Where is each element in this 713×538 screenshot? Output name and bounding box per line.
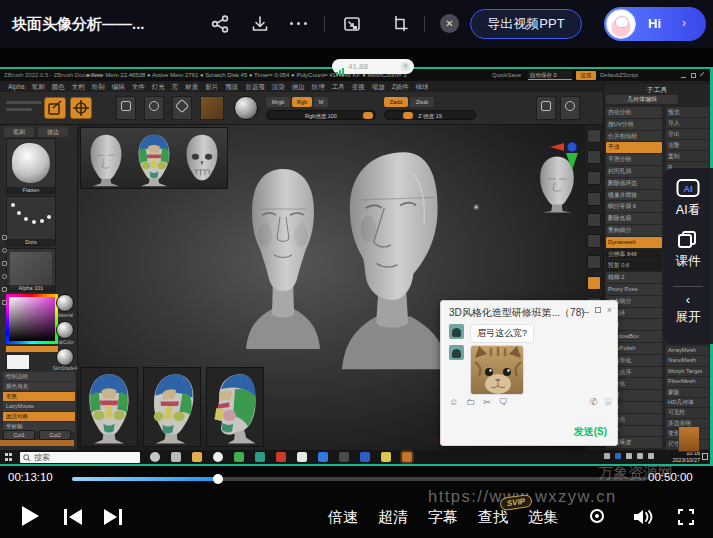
download-icon[interactable] bbox=[250, 14, 270, 34]
material-sphere-icon[interactable] bbox=[234, 96, 258, 120]
toolbar-extra-button[interactable] bbox=[536, 96, 556, 120]
minimize-icon[interactable] bbox=[582, 312, 589, 313]
courseware-icon[interactable] bbox=[678, 231, 698, 249]
tool-panel-row[interactable]: 合并相似组 bbox=[606, 131, 662, 142]
maximize-icon[interactable] bbox=[691, 73, 696, 78]
start-button[interactable] bbox=[5, 453, 13, 461]
emoji-icon[interactable]: ☺ bbox=[449, 397, 458, 408]
tool-panel-row[interactable]: Proxy Pose bbox=[606, 284, 662, 295]
tool-panel-row[interactable]: 删除循环边 bbox=[606, 178, 662, 189]
chat-window[interactable]: 3D风格化造型研修班第...（78) × 眉弓这么宽? bbox=[440, 300, 618, 446]
video-call-icon[interactable]: ⌻ bbox=[606, 397, 611, 408]
plane-head-profile[interactable] bbox=[206, 367, 264, 447]
axis-gizmo[interactable] bbox=[548, 137, 584, 171]
taskbar-app-icon[interactable] bbox=[360, 452, 370, 462]
taskbar-app-icon[interactable] bbox=[381, 452, 391, 462]
player-menu-button[interactable]: 超清 bbox=[378, 508, 408, 527]
left-edge-icons[interactable] bbox=[0, 235, 9, 305]
zbrush-menu-item[interactable]: 材质 bbox=[185, 81, 198, 92]
taskbar-app-icon[interactable] bbox=[150, 452, 160, 462]
zbrush-menu-item[interactable]: 描边 bbox=[292, 81, 305, 92]
zbrush-menu-item[interactable]: 预设 bbox=[225, 81, 238, 92]
progress-bar[interactable] bbox=[72, 477, 646, 481]
tool-panel-row[interactable]: 细分等级 6 bbox=[606, 201, 662, 212]
tool-panel-row[interactable]: 预览 bbox=[666, 107, 709, 117]
tool-panel-row[interactable]: NanoMesh bbox=[666, 356, 709, 365]
shelf-row[interactable]: 变换 bbox=[3, 392, 75, 401]
texture-swatch[interactable] bbox=[200, 96, 224, 120]
tool-panel-row[interactable]: FiberMesh bbox=[666, 377, 709, 386]
cut1-button[interactable]: Cut1 bbox=[3, 430, 35, 440]
ai-view-icon[interactable]: AI bbox=[676, 178, 700, 198]
player-menu-button[interactable]: 倍速 bbox=[328, 508, 358, 527]
expand-button[interactable]: 展开 bbox=[676, 309, 701, 326]
material-sphere-3[interactable] bbox=[56, 348, 74, 366]
tool-panel-row[interactable]: 删除低级 bbox=[606, 213, 662, 224]
record-screen-icon[interactable] bbox=[590, 509, 604, 523]
tool-panel-row[interactable]: 干净 bbox=[606, 142, 662, 153]
zbrush-menu-item[interactable]: 纹理 bbox=[312, 81, 325, 92]
tool-panel-row[interactable]: 平滑分组 bbox=[606, 154, 662, 165]
shelf-tab-brush[interactable]: 笔刷 bbox=[4, 127, 34, 137]
zbrush-menu-item[interactable]: 缩放 bbox=[372, 81, 385, 92]
taskbar-app-icon[interactable] bbox=[255, 452, 265, 462]
taskbar-search-box[interactable]: 搜索 bbox=[20, 452, 140, 463]
pill-close-icon[interactable]: ✕ bbox=[401, 62, 410, 71]
tool-panel-row[interactable]: ArrayMesh bbox=[666, 346, 709, 355]
shelf-row[interactable]: 颜色填充 bbox=[3, 382, 75, 391]
close-icon[interactable]: × bbox=[607, 306, 612, 314]
geometry-section-header[interactable]: 几何体编辑 bbox=[606, 95, 678, 104]
next-button[interactable] bbox=[102, 507, 124, 527]
zbrush-menu-item[interactable]: 笔刷 bbox=[32, 81, 45, 92]
shelf-row[interactable]: LazyMouse bbox=[3, 402, 75, 411]
tool-panel-row[interactable]: HD几何体 bbox=[666, 398, 709, 407]
quick3d-button[interactable] bbox=[116, 96, 136, 120]
tool-panel-row[interactable]: 蒙版 bbox=[666, 388, 709, 397]
taskbar-app-icon[interactable] bbox=[402, 452, 412, 462]
zbrush-window-controls[interactable] bbox=[681, 73, 706, 78]
tool-panel-row[interactable]: 重构细分 bbox=[606, 225, 662, 236]
taskbar-app-icon[interactable] bbox=[213, 452, 223, 462]
shelf-row[interactable]: 激活对称 bbox=[3, 412, 75, 421]
zbrush-menu-item[interactable]: 影片 bbox=[205, 81, 218, 92]
chat-history-icon[interactable]: 🗨 bbox=[499, 397, 508, 408]
edit-mode-button[interactable] bbox=[44, 97, 66, 119]
restore-button[interactable]: 还原 bbox=[576, 71, 596, 80]
m-toggle[interactable]: M bbox=[314, 97, 328, 107]
zbrush-menu-item[interactable]: 文档 bbox=[72, 81, 85, 92]
collapse-chevron-icon[interactable]: ‹ bbox=[686, 295, 690, 305]
taskbar-app-icon[interactable] bbox=[297, 452, 307, 462]
taskbar-app-icon[interactable] bbox=[171, 452, 181, 462]
play-button[interactable] bbox=[22, 506, 39, 526]
courseware-button[interactable]: 课件 bbox=[676, 253, 701, 270]
taskbar-app-icon[interactable] bbox=[318, 452, 328, 462]
zbrush-menu-item[interactable]: 变换 bbox=[352, 81, 365, 92]
shelf-tab-stroke[interactable]: 描边 bbox=[38, 127, 68, 137]
tool-panel-row[interactable]: 自动分组 bbox=[606, 107, 662, 118]
ai-view-button[interactable]: AI看 bbox=[676, 202, 700, 219]
chat-avatar[interactable] bbox=[449, 324, 464, 339]
taskbar-app-icon[interactable] bbox=[276, 452, 286, 462]
rgb-toggle[interactable]: Rgb bbox=[292, 97, 312, 107]
material-sphere-2[interactable] bbox=[56, 321, 74, 339]
zbrush-menu-item[interactable]: 渲染 bbox=[272, 81, 285, 92]
system-tray[interactable] bbox=[604, 453, 654, 459]
taskbar-app-icon[interactable] bbox=[339, 452, 349, 462]
tool-panel-row[interactable]: Dynamesh bbox=[606, 237, 662, 248]
close-icon[interactable]: ✕ bbox=[440, 14, 459, 33]
player-menu-button[interactable]: 字幕 bbox=[428, 508, 458, 527]
autosave-field[interactable]: 自动保存 0 bbox=[528, 71, 572, 80]
zadd-toggle[interactable]: Zadd bbox=[384, 97, 408, 107]
mrgb-toggle[interactable]: Mrgb bbox=[266, 97, 290, 107]
tool-panel-row[interactable]: 封闭孔洞 bbox=[606, 166, 662, 177]
taskbar-app-icon[interactable] bbox=[192, 452, 202, 462]
zbrush-menu-item[interactable]: 编辑 bbox=[112, 81, 125, 92]
maximize-icon[interactable] bbox=[595, 307, 601, 313]
chat-avatar[interactable] bbox=[449, 345, 464, 360]
cut2-button[interactable]: Cut2 bbox=[39, 430, 71, 440]
chat-toolbar[interactable]: ☺ 🗀 ✂ 🗨 ✆ ⌻ bbox=[449, 397, 611, 408]
zbrush-menu-item[interactable]: 首选项 bbox=[245, 81, 265, 92]
gizmo-button[interactable] bbox=[70, 97, 92, 119]
network-indicator-pill[interactable]: 41.88 ✕ bbox=[332, 59, 414, 74]
tool-panel-row[interactable]: 克隆 bbox=[666, 140, 709, 150]
